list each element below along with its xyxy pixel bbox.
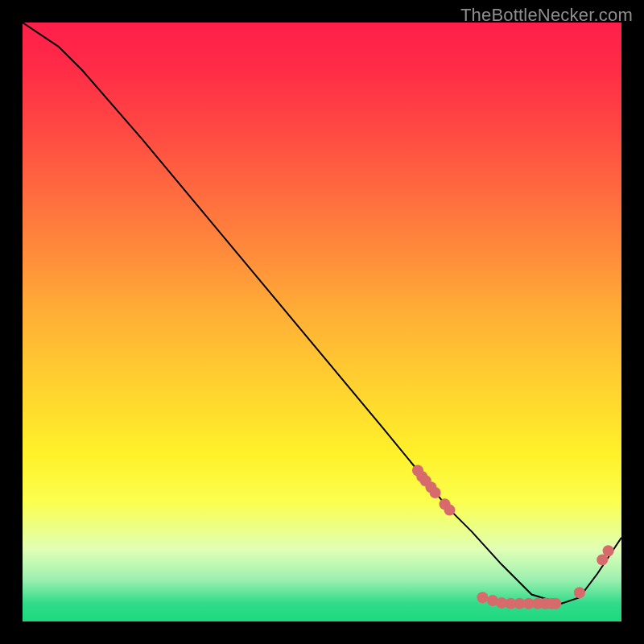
data-marker [444,505,456,516]
data-marker [532,598,543,609]
bottleneck-curve-svg [23,23,621,621]
data-marker [514,598,526,609]
data-marker [505,598,516,609]
data-marker [412,465,423,477]
data-marker [430,487,441,498]
data-marker [540,598,551,609]
data-marker [603,545,614,556]
data-marker [440,498,451,510]
data-marker [597,554,608,565]
bottleneck-curve [23,23,621,604]
data-markers-svg [23,23,621,621]
data-marker [487,595,498,606]
chart-stage: TheBottleNecker.com [0,0,644,644]
data-marker [546,598,557,609]
data-marker [416,471,427,482]
data-marker [496,597,507,609]
plot-area [23,23,621,621]
data-marker [550,598,561,609]
data-marker [425,481,436,493]
data-marker [574,587,585,598]
data-marker [420,475,431,486]
data-marker [477,592,488,603]
data-marker [523,598,535,609]
